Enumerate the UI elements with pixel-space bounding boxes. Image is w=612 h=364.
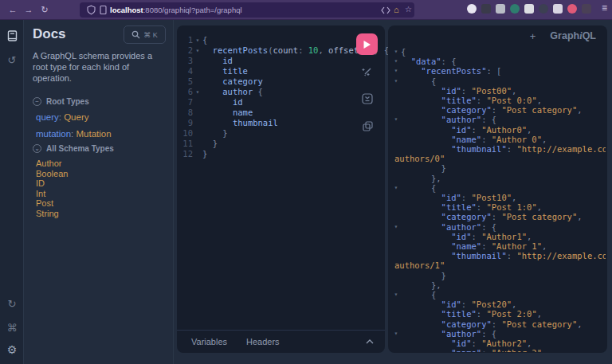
fold-arrow-icon[interactable]: ▾	[193, 87, 202, 97]
fold-arrow-icon[interactable]: ▾	[391, 290, 401, 299]
query-code-line[interactable]: 3id	[182, 56, 353, 66]
merge-fragments-button[interactable]	[359, 91, 375, 107]
query-code-line[interactable]: 2▾recentPosts(count: 10, offset: 0) {	[182, 45, 353, 56]
fold-arrow-icon[interactable]: ▾	[391, 47, 401, 57]
type-name[interactable]: Query	[64, 112, 88, 122]
schema-type-item[interactable]: Int	[36, 189, 68, 198]
root-types-section[interactable]: − Root Types	[33, 97, 89, 106]
copy-icon	[363, 121, 373, 131]
code-text: "id": "Post20",	[401, 299, 516, 309]
extension-icon-2[interactable]	[481, 4, 491, 14]
docs-search-button[interactable]: ⌘ K	[124, 25, 166, 44]
response-code-line: ▾{	[391, 76, 606, 86]
extension-icon-7[interactable]	[553, 4, 563, 14]
forward-button[interactable]: →	[22, 3, 35, 16]
shortcuts-button[interactable]: ⌘	[4, 319, 20, 335]
fold-arrow-icon[interactable]: ▾	[391, 183, 401, 193]
query-code-line[interactable]: 6▾author {	[182, 87, 353, 97]
docs-description: A GraphQL schema provides a root type fo…	[33, 50, 167, 84]
fold-arrow-icon	[193, 118, 202, 128]
fold-arrow-icon[interactable]: ▾	[391, 66, 401, 76]
tab-headers[interactable]: Headers	[246, 337, 280, 346]
schema-type-item[interactable]: Author	[36, 159, 68, 168]
code-text: id	[202, 56, 233, 66]
menu-button[interactable]: ≡	[602, 2, 607, 14]
copy-query-button[interactable]	[359, 118, 375, 134]
code-text: "name": "Author 2",	[401, 348, 547, 352]
expand-circle-icon[interactable]: ⌄	[33, 144, 41, 153]
code-text: "name": "Author 0",	[401, 135, 547, 144]
gear-icon: ⚙	[7, 343, 18, 356]
fold-arrow-icon	[193, 108, 202, 118]
refetch-schema-button[interactable]: ↻	[4, 296, 20, 311]
fold-arrow-icon[interactable]: ▾	[193, 45, 202, 56]
extension-icon-4[interactable]	[510, 4, 520, 14]
prettify-button[interactable]	[359, 64, 375, 80]
query-code-line[interactable]: 8name	[182, 108, 353, 118]
fold-arrow-icon[interactable]: ▾	[391, 76, 401, 86]
root-type-query[interactable]: query: Query	[36, 112, 89, 122]
schema-type-item[interactable]: ID	[36, 178, 68, 188]
query-code-line[interactable]: 11}	[182, 139, 353, 149]
collapse-circle-icon[interactable]: −	[33, 97, 41, 106]
collapse-chevron-icon[interactable]	[366, 339, 374, 344]
extension-icon-6[interactable]	[539, 4, 548, 14]
graphiql-logo: GraphiQL	[550, 30, 596, 42]
code-devtools-icon[interactable]	[381, 6, 391, 17]
field-name[interactable]: mutation	[36, 129, 71, 139]
shield-icon[interactable]	[86, 5, 96, 15]
query-editor[interactable]: 1▾{2▾recentPosts(count: 10, offset: 0) {…	[182, 35, 353, 159]
response-code-line: ▾"data": {	[391, 57, 606, 66]
fold-arrow-icon[interactable]: ▾	[391, 222, 401, 232]
history-clock-icon: ↺	[8, 54, 17, 66]
settings-button[interactable]: ⚙	[4, 342, 20, 358]
query-code-line[interactable]: 7id	[182, 97, 353, 108]
code-text: "thumbnail": "http://example.com/	[401, 144, 606, 154]
execute-button[interactable]	[356, 33, 378, 55]
type-name[interactable]: Mutation	[76, 129, 112, 139]
extension-icon-8[interactable]	[567, 4, 577, 14]
all-schema-types-section[interactable]: ⌄ All Schema Types	[33, 144, 114, 153]
schema-type-item[interactable]: String	[36, 209, 68, 218]
add-tab-button[interactable]: +	[530, 30, 536, 42]
fold-arrow-icon[interactable]: ▾	[193, 35, 202, 45]
code-text: "category": "Post category",	[401, 319, 583, 329]
history-plugin-button[interactable]: ↺	[4, 52, 20, 68]
page-info-icon[interactable]	[98, 5, 108, 15]
fold-arrow-icon[interactable]: ▾	[391, 115, 401, 124]
response-code-line: "thumbnail": "http://example.com/	[391, 251, 606, 260]
response-code-line: "name": "Author 2",	[391, 348, 606, 352]
response-code-line: "category": "Post category",	[391, 105, 606, 115]
extension-icon-9[interactable]	[582, 4, 591, 14]
code-text: category	[202, 76, 263, 87]
query-code-line[interactable]: 5category	[182, 76, 353, 87]
back-button[interactable]: ←	[6, 3, 19, 16]
schema-type-item[interactable]: Post	[36, 198, 68, 208]
response-code-line: "id": "Post20",	[391, 299, 606, 309]
fold-arrow-icon[interactable]: ▾	[391, 57, 401, 66]
home-icon[interactable]: ⌂	[394, 5, 404, 15]
url-bar[interactable]: localhost:8080/graphiql?path=/graphql ⌂ …	[80, 2, 414, 18]
query-code-line[interactable]: 12}	[182, 149, 353, 159]
response-code-line: ▾"author": {	[391, 115, 606, 124]
query-code-line[interactable]: 10}	[182, 128, 353, 139]
root-type-mutation[interactable]: mutation: Mutation	[36, 129, 112, 139]
reload-button[interactable]: ↻	[38, 3, 51, 16]
extension-icon-3[interactable]	[496, 4, 505, 14]
fold-arrow-icon[interactable]: ▾	[391, 329, 401, 339]
field-name[interactable]: query	[36, 112, 59, 122]
line-number: 4	[182, 66, 193, 76]
tab-variables[interactable]: Variables	[191, 337, 227, 346]
query-editor-panel[interactable]: 1▾{2▾recentPosts(count: 10, offset: 0) {…	[177, 25, 385, 353]
extension-icon-1[interactable]	[467, 4, 477, 14]
code-text: "name": "Author 1",	[401, 241, 547, 251]
docs-plugin-button[interactable]	[4, 28, 20, 44]
query-code-line[interactable]: 4title	[182, 66, 353, 76]
code-text: "recentPosts": [	[401, 66, 501, 76]
response-code-line: "category": "Post category",	[391, 319, 606, 329]
extension-icon-5[interactable]	[524, 4, 534, 14]
bookmark-star-icon[interactable]: ☆	[405, 5, 415, 15]
query-code-line[interactable]: 1▾{	[182, 35, 353, 45]
query-code-line[interactable]: 9thumbnail	[182, 118, 353, 128]
schema-type-item[interactable]: Boolean	[36, 169, 68, 178]
